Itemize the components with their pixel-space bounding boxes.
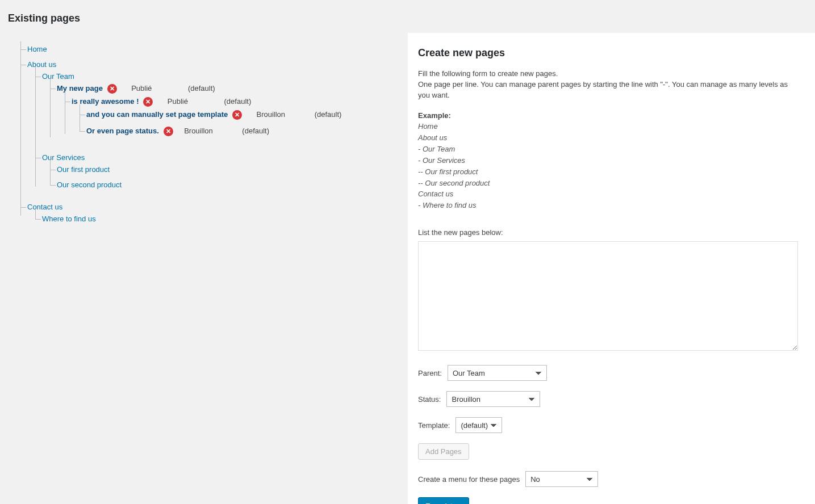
status-label: Brouillon [257,110,286,119]
create-pages-title: Create new pages [418,47,798,59]
tree-node-contact-us[interactable]: Contact us [27,203,62,211]
parent-select[interactable]: Our Team [448,365,547,381]
tree-node-second-product[interactable]: Our second product [57,180,122,189]
tree-node-manual-template[interactable]: and you can manually set page template [86,110,228,119]
parent-label: Parent: [418,369,442,377]
tree-node-my-new-page[interactable]: My new page [57,84,103,93]
example-block: Home About us - Our Team - Our Services … [418,121,798,211]
example-heading: Example: [418,111,798,121]
tree-node-home[interactable]: Home [27,45,47,53]
delete-icon[interactable]: ✕ [107,84,117,94]
template-label: (default) [188,84,215,93]
template-form-label: Template: [418,421,450,430]
tree-node-about-us[interactable]: About us [27,60,56,69]
template-label: (default) [224,97,252,106]
list-pages-label: List the new pages below: [418,228,503,237]
tree-node-first-product[interactable]: Our first product [57,165,110,174]
tree-node-where-to-find[interactable]: Where to find us [42,215,96,223]
page-tree: Home About us Our Team My new page ✕ Pub… [27,41,396,230]
template-select[interactable]: (default) [455,417,502,433]
template-label: (default) [315,110,342,119]
existing-pages-panel: Existing pages Home About us Our Team My… [0,0,408,504]
create-menu-select[interactable]: No [525,471,598,487]
delete-icon[interactable]: ✕ [143,97,153,107]
add-pages-button[interactable]: Add Pages [418,443,469,460]
tree-node-our-team[interactable]: Our Team [42,72,74,81]
status-form-label: Status: [418,395,441,404]
tree-node-page-status[interactable]: Or even page status. [86,127,159,135]
status-label: Publié [168,97,188,106]
delete-icon[interactable]: ✕ [164,127,173,136]
tree-node-our-services[interactable]: Our Services [42,153,85,162]
existing-pages-title: Existing pages [8,12,396,24]
delete-icon[interactable]: ✕ [232,110,242,120]
template-label: (default) [242,127,269,135]
create-pages-description: Fill the following form to create new pa… [418,69,798,101]
status-label: Brouillon [184,127,213,135]
tree-node-awesome[interactable]: is really awesome ! [72,97,139,106]
status-select[interactable]: Brouillon [446,391,540,407]
create-pages-panel: Create new pages Fill the following form… [408,33,815,504]
status-label: Publié [131,84,152,93]
submit-button[interactable]: Enregistrer [418,497,469,504]
new-pages-textarea[interactable] [418,241,798,351]
create-menu-label: Create a menu for these pages [418,475,520,484]
